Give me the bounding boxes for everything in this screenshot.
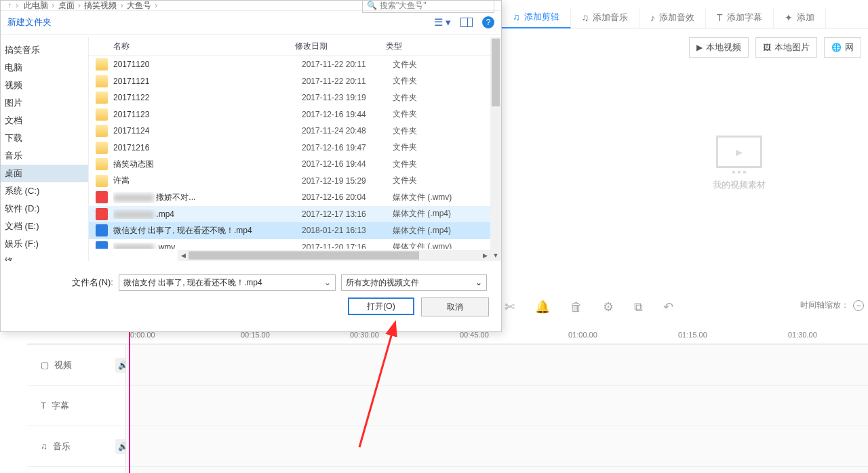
new-folder-button[interactable]: 新建文件夹: [7, 16, 52, 28]
tree-item[interactable]: 娱乐 (F:): [1, 235, 88, 253]
view-mode-button[interactable]: ☰ ▾: [434, 16, 451, 28]
tab-icon: ♪: [650, 12, 655, 23]
toolbar-button[interactable]: ⧉: [634, 300, 643, 314]
scroll-down-icon[interactable]: ▼: [490, 250, 501, 261]
file-row[interactable]: 201711222017-11-23 19:19文件夹: [89, 89, 490, 106]
source-button[interactable]: 🌐网: [824, 37, 861, 58]
tree-item[interactable]: 下载: [1, 129, 88, 147]
breadcrumb-sep: ›: [50, 1, 57, 10]
file-row[interactable]: 微信支付 出事了, 现在看还不晚！.mp42018-01-21 16:13媒体文…: [89, 222, 490, 239]
tab-label: 添加字幕: [727, 12, 762, 24]
col-date[interactable]: 修改日期: [295, 41, 386, 52]
tree-item[interactable]: 桌面: [1, 165, 88, 182]
filename-dropdown-icon[interactable]: ⌄: [324, 278, 331, 287]
tree-item[interactable]: 络: [1, 253, 88, 261]
vertical-scrollbar[interactable]: ▲ ▼: [490, 37, 501, 261]
file-row[interactable]: .wmv2017-11-20 17:16媒体文件 (.wmv): [89, 239, 490, 249]
open-button[interactable]: 打开(O): [348, 297, 414, 315]
folder-icon: [96, 125, 108, 137]
toolbar-button[interactable]: ↶: [663, 300, 673, 314]
file-date: 2017-11-20 17:16: [302, 243, 393, 249]
zoom-out-button[interactable]: −: [853, 300, 864, 311]
tree-item[interactable]: 音乐: [1, 147, 88, 165]
track-label: 视频: [54, 359, 72, 371]
file-date: 2017-12-16 19:47: [302, 143, 393, 152]
dialog-footer: 文件名(N): 微信支付 出事了, 现在看还不晚！.mp4 ⌄ 所有支持的视频文…: [1, 261, 501, 331]
source-buttons: ▶本地视频🖼本地图片🌐网: [689, 37, 861, 58]
track-lane[interactable]: [125, 345, 868, 385]
editor-tabs: ♫添加剪辑♫添加音乐♪添加音效T添加字幕✦添加: [502, 7, 868, 28]
help-button[interactable]: ?: [482, 16, 494, 28]
tree-item[interactable]: 图片: [1, 94, 88, 112]
media-library-placeholder: 我的视频素材: [705, 136, 773, 191]
track-lane[interactable]: [125, 467, 868, 473]
editor-tab[interactable]: ♫添加音乐: [571, 7, 640, 28]
tree-item[interactable]: 文档 (E:): [1, 218, 88, 235]
scroll-thumb[interactable]: [189, 251, 419, 260]
editor-tab[interactable]: T添加字幕: [706, 7, 774, 28]
track-lane[interactable]: [125, 426, 868, 466]
source-button[interactable]: 🖼本地图片: [755, 37, 817, 58]
media-file-icon: [96, 224, 108, 236]
timeline-track[interactable]: T字幕: [27, 386, 868, 426]
playhead[interactable]: [129, 325, 130, 473]
scroll-left-icon[interactable]: ◀: [178, 250, 189, 261]
source-button[interactable]: ▶本地视频: [689, 37, 749, 58]
track-lane[interactable]: [125, 386, 868, 426]
file-row[interactable]: 许嵩2017-12-19 15:29文件夹: [89, 173, 490, 190]
search-input[interactable]: 🔍 搜索"大鱼号": [362, 0, 494, 13]
timeline: 0:00.0000:15.0000:30.0000:45.0001:00.000…: [27, 325, 868, 473]
editor-tab[interactable]: ✦添加: [774, 7, 826, 28]
file-list: 名称 修改日期 类型 201711202017-11-22 20:11文件夹20…: [89, 37, 501, 261]
nav-up-icon[interactable]: ↑: [7, 1, 12, 10]
preview-pane-button[interactable]: [460, 18, 473, 27]
tree-item[interactable]: 软件 (D:): [1, 200, 88, 218]
file-row[interactable]: 201712162017-12-16 19:47文件夹: [89, 140, 490, 157]
tree-item[interactable]: 电脑: [1, 59, 88, 77]
editor-tab[interactable]: ♫添加剪辑: [502, 7, 571, 28]
horizontal-scrollbar[interactable]: ◀ ▶: [178, 250, 490, 261]
timeline-track[interactable]: ▢视频🔊: [27, 345, 868, 386]
col-name[interactable]: 名称: [113, 41, 295, 52]
file-type: 文件夹: [393, 142, 490, 153]
toolbar-button[interactable]: 🗑: [570, 300, 583, 314]
file-row[interactable]: 201711242017-11-24 20:48文件夹: [89, 123, 490, 140]
toolbar-button[interactable]: ⚙: [603, 300, 614, 314]
list-header[interactable]: 名称 修改日期 类型: [89, 37, 501, 56]
tree-item[interactable]: 系统 (C:): [1, 182, 88, 200]
file-row[interactable]: .mp42017-12-17 13:16媒体文件 (.mp4): [89, 206, 490, 223]
breadcrumb-item[interactable]: 此电脑: [22, 1, 50, 10]
breadcrumb-item[interactable]: 桌面: [57, 1, 76, 10]
timeline-track[interactable]: ♪音效🔊: [27, 467, 868, 473]
breadcrumb-item[interactable]: 搞笑视频: [83, 1, 118, 10]
tree-item[interactable]: 搞笑音乐: [1, 41, 88, 59]
toolbar-button[interactable]: ✄: [505, 300, 515, 314]
file-type-filter[interactable]: 所有支持的视频文件 ⌄: [341, 274, 487, 291]
folder-icon: [96, 108, 108, 121]
file-row[interactable]: 201711232017-12-16 19:44文件夹: [89, 106, 490, 123]
breadcrumb-sep: ›: [76, 1, 83, 10]
scroll-thumb[interactable]: [492, 39, 500, 106]
file-row[interactable]: 撒娇不对...2017-12-16 20:04媒体文件 (.wmv): [89, 189, 490, 206]
timeline-track[interactable]: ♫音乐🔊: [27, 426, 868, 467]
cancel-button[interactable]: 取消: [421, 297, 489, 316]
file-row[interactable]: 201711202017-11-22 20:11文件夹: [89, 56, 490, 73]
file-date: 2017-12-16 19:44: [302, 159, 393, 169]
col-type[interactable]: 类型: [386, 41, 501, 52]
placeholder-label: 我的视频素材: [705, 179, 773, 191]
tree-item[interactable]: 文档: [1, 112, 88, 129]
folder-icon: [96, 91, 108, 104]
toolbar-button[interactable]: 🔔: [535, 300, 550, 314]
file-type: 媒体文件 (.wmv): [393, 192, 490, 203]
filename-input[interactable]: 微信支付 出事了, 现在看还不晚！.mp4 ⌄: [119, 274, 336, 291]
scroll-right-icon[interactable]: ▶: [479, 250, 490, 261]
file-type: 文件夹: [393, 159, 490, 170]
file-row[interactable]: 201711212017-11-22 20:11文件夹: [89, 73, 490, 90]
address-bar: ↑ › 此电脑 › 桌面 › 搞笑视频 › 大鱼号 › 🔍 搜索"大鱼号": [1, 1, 501, 10]
file-row[interactable]: 搞笑动态图2017-12-16 19:44文件夹: [89, 156, 490, 173]
breadcrumb-item[interactable]: 大鱼号: [125, 1, 153, 10]
tree-item[interactable]: 视频: [1, 77, 88, 94]
filter-label: 所有支持的视频文件: [346, 277, 419, 289]
editor-tab[interactable]: ♪添加音效: [639, 7, 706, 28]
file-type: 文件夹: [393, 59, 490, 70]
